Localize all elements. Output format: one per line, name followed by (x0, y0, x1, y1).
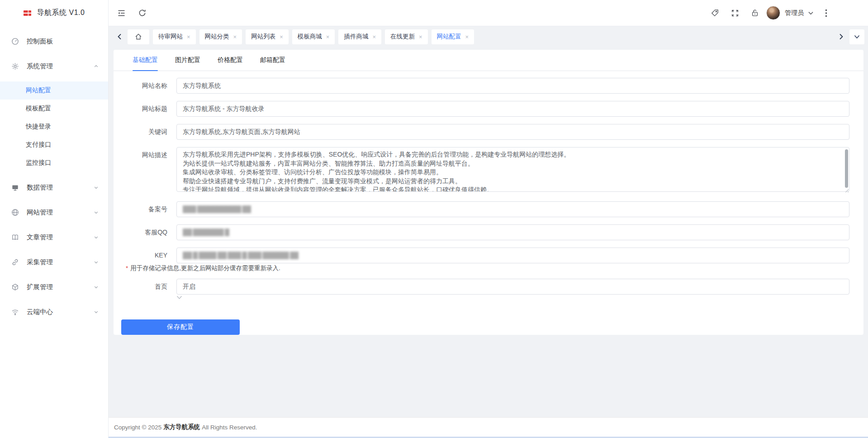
redacted-value: ██ ███████ █ (183, 229, 229, 236)
key-input[interactable]: ██ █ ████ ██ ███ █ ███ ██████ ██ (176, 248, 849, 263)
monitor-icon (11, 184, 19, 191)
tab-home[interactable] (128, 29, 149, 44)
tab-plugin-store[interactable]: 插件商城 × (338, 29, 381, 44)
description-textarea[interactable]: 东方导航系统采用先进PHP架构，支持多模板切换、SEO优化、响应式设计，具备完善… (176, 147, 849, 192)
user-name: 管理员 (785, 9, 804, 17)
sidebar: 导航系统 V1.0 控制面板 系统管理 网站配置 模板配置 快捷登 (0, 0, 109, 438)
key-hint: *用于存储记录信息,更新之后网站部分缓存需要重新录入. (126, 264, 863, 272)
sidebar-item-label: 支付接口 (26, 141, 51, 149)
sidebar-item-monitor-api[interactable]: 监控接口 (0, 154, 108, 172)
tab-site-config[interactable]: 网站配置 × (432, 29, 474, 44)
tab-label: 在线更新 (390, 33, 415, 41)
refresh-icon[interactable] (138, 9, 147, 17)
chevron-down-icon (94, 260, 99, 265)
site-title-input[interactable] (176, 101, 849, 117)
tab-pending-sites[interactable]: 待审网站 × (153, 29, 196, 44)
qq-input[interactable]: ██ ███████ █ (176, 224, 849, 240)
copyright-left: Copyright © 2025 (114, 424, 161, 431)
tabs-dropdown-button[interactable] (849, 29, 864, 44)
save-config-button[interactable]: 保存配置 (121, 319, 240, 335)
site-title-label: 网站标题 (114, 101, 167, 117)
tab-label: 基础配置 (133, 56, 158, 64)
sidebar-item-label: 模板配置 (26, 105, 51, 113)
form-row-key: KEY ██ █ ████ ██ ███ █ ███ ██████ ██ (114, 248, 863, 263)
key-label: KEY (114, 248, 167, 263)
app-title: 导航系统 V1.0 (37, 8, 85, 18)
sidebar-item-label: 扩展管理 (27, 283, 53, 291)
lock-icon[interactable] (751, 9, 759, 17)
flag-logo-icon (24, 10, 31, 16)
top-header: 管理员 (109, 0, 868, 26)
sidebar-item-collect[interactable]: 采集管理 (0, 250, 108, 275)
tab-label: 价格配置 (218, 56, 243, 64)
tabs-scroll-right-icon[interactable] (839, 33, 844, 40)
textarea-scrollbar-thumb[interactable] (845, 149, 848, 188)
tab-site-list[interactable]: 网站列表 × (246, 29, 289, 44)
tab-mail-config[interactable]: 邮箱配置 (260, 50, 285, 71)
qq-label: 客服QQ (114, 224, 167, 240)
sidebar-item-label: 云端中心 (27, 308, 53, 316)
sidebar-item-site-config[interactable]: 网站配置 (0, 81, 108, 100)
chevron-down-icon (94, 235, 99, 240)
form-row-description: 网站描述 东方导航系统采用先进PHP架构，支持多模板切换、SEO优化、响应式设计… (114, 147, 863, 193)
brand-name: 东方导航系统 (163, 423, 200, 431)
copyright-right: All Rights Reserved. (202, 424, 257, 431)
close-icon[interactable]: × (326, 33, 330, 40)
tabs-scroll-left-icon[interactable] (117, 33, 122, 40)
close-icon[interactable]: × (465, 33, 469, 40)
hint-text: 用于存储记录信息,更新之后网站部分缓存需要重新录入. (130, 265, 280, 271)
close-icon[interactable]: × (372, 33, 376, 40)
avatar[interactable] (766, 6, 780, 20)
sidebar-item-data[interactable]: 数据管理 (0, 175, 108, 200)
homepage-label: 首页 (114, 279, 167, 300)
sidebar-item-article[interactable]: 文章管理 (0, 225, 108, 250)
tab-label: 待审网站 (158, 33, 183, 41)
tag-icon[interactable] (711, 9, 719, 17)
selected-option: 开启 (183, 283, 195, 291)
chevron-down-icon (854, 35, 860, 39)
keywords-input[interactable] (176, 124, 849, 140)
cube-icon (11, 283, 19, 291)
user-menu[interactable]: 管理员 (766, 6, 813, 20)
tab-online-update[interactable]: 在线更新 × (385, 29, 428, 44)
close-icon[interactable]: × (187, 33, 190, 40)
close-icon[interactable]: × (233, 33, 237, 40)
tab-label: 模板商城 (298, 33, 322, 41)
sidebar-item-label: 系统管理 (27, 62, 53, 71)
basic-config-form: 网站名称 网站标题 关键词 网站描述 东方导航系统采用先进PHP架构，支持多模板… (114, 71, 863, 335)
sidebar-item-label: 快捷登录 (26, 123, 51, 131)
form-row-site-title: 网站标题 (114, 101, 863, 117)
tab-template-store[interactable]: 模板商城 × (292, 29, 335, 44)
tab-basic-config[interactable]: 基础配置 (133, 50, 158, 71)
sidebar-item-label: 网站配置 (26, 86, 51, 95)
wifi-icon (11, 308, 19, 316)
chevron-down-icon (176, 295, 182, 300)
kebab-menu-icon[interactable] (825, 9, 827, 17)
page-footer: Copyright © 2025 东方导航系统 All Rights Reser… (109, 417, 868, 437)
tab-price-config[interactable]: 价格配置 (218, 50, 243, 71)
redacted-value: ██ █ ████ ██ ███ █ ███ ██████ ██ (183, 252, 299, 259)
sidebar-item-template-config[interactable]: 模板配置 (0, 100, 108, 118)
sidebar-item-cloud[interactable]: 云端中心 (0, 300, 108, 324)
form-row-qq: 客服QQ ██ ███████ █ (114, 224, 863, 240)
book-icon (11, 233, 19, 241)
sidebar-item-extension[interactable]: 扩展管理 (0, 275, 108, 300)
sidebar-item-system[interactable]: 系统管理 (0, 54, 108, 79)
keywords-label: 关键词 (114, 124, 167, 140)
tab-image-config[interactable]: 图片配置 (175, 50, 200, 71)
close-icon[interactable]: × (419, 33, 422, 40)
tab-site-categories[interactable]: 网站分类 × (199, 29, 242, 44)
sidebar-item-payment-api[interactable]: 支付接口 (0, 136, 108, 154)
chevron-down-icon (94, 309, 99, 314)
sidebar-item-quick-login[interactable]: 快捷登录 (0, 118, 108, 136)
sidebar-item-label: 采集管理 (27, 258, 53, 267)
homepage-select[interactable]: 开启 (176, 279, 849, 295)
site-name-input[interactable] (176, 78, 849, 94)
sidebar-item-dashboard[interactable]: 控制面板 (0, 29, 108, 54)
sidebar-item-label: 控制面板 (27, 37, 53, 46)
close-icon[interactable]: × (280, 33, 283, 40)
sidebar-item-website[interactable]: 网站管理 (0, 200, 108, 225)
beian-input[interactable]: ███ ██████████ ██ (176, 201, 849, 217)
fullscreen-icon[interactable] (731, 9, 739, 17)
fold-sidebar-icon[interactable] (117, 9, 126, 18)
